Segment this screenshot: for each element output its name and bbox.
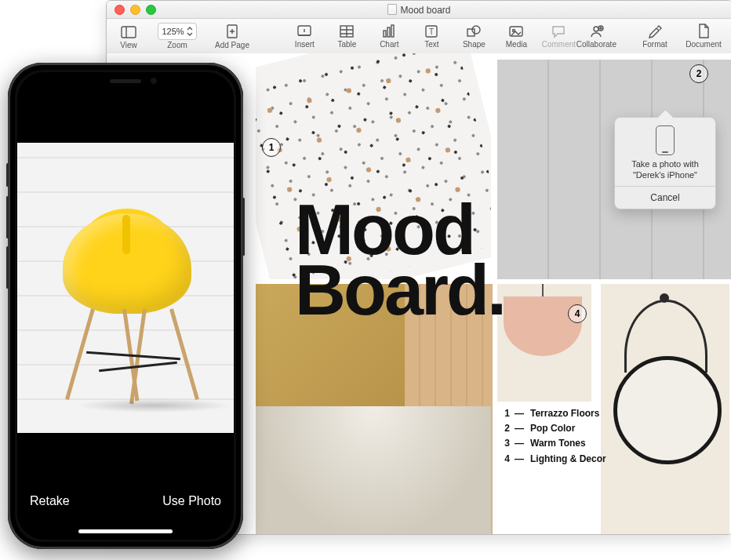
svg-rect-13: [387, 27, 390, 37]
zoom-control[interactable]: 125% Zoom: [155, 23, 199, 49]
svg-text:T: T: [429, 27, 434, 36]
fur-image[interactable]: [256, 406, 491, 534]
svg-point-18: [472, 26, 480, 34]
svg-rect-12: [384, 31, 386, 37]
iphone-device: Retake Use Photo: [8, 63, 243, 549]
legend-row: 3—Warm Tones: [499, 436, 606, 451]
iphone-icon: [656, 125, 675, 155]
comment-button[interactable]: Comment: [543, 24, 574, 49]
continuity-camera-popover: Take a photo with "Derek's iPhone" Cance…: [614, 117, 716, 209]
document-title[interactable]: Mood Board.: [295, 200, 504, 320]
titlebar[interactable]: Mood board: [107, 1, 731, 19]
zoom-value: 125%: [162, 27, 184, 36]
table-label: Table: [337, 41, 356, 49]
view-label: View: [120, 42, 137, 49]
use-photo-button[interactable]: Use Photo: [162, 494, 221, 508]
front-camera: [151, 78, 157, 84]
add-page-button[interactable]: Add Page: [210, 24, 254, 49]
toolbar: View 125% Zoom Add Page Insert: [107, 19, 731, 54]
window-title-text: Mood board: [400, 5, 450, 16]
zoom-stepper-icon: [187, 27, 193, 36]
format-button[interactable]: Format: [639, 24, 671, 49]
camera-preview[interactable]: [17, 143, 234, 433]
speaker: [110, 79, 141, 83]
text-button[interactable]: T Text: [416, 24, 447, 49]
comment-label: Comment: [542, 41, 576, 49]
text-label: Text: [424, 41, 438, 49]
popover-message: Take a photo with "Derek's iPhone": [615, 158, 715, 186]
mute-switch[interactable]: [6, 163, 9, 187]
mirror-hook: [660, 293, 669, 303]
mirror-circle: [613, 356, 722, 464]
legend[interactable]: 1—Terrazzo Floors 2—Pop Color 3—Warm Ton…: [499, 406, 606, 467]
chart-button[interactable]: Chart: [373, 24, 405, 49]
insert-label: Insert: [295, 41, 315, 49]
callout-1[interactable]: 1: [262, 138, 281, 157]
media-label: Media: [506, 41, 527, 49]
shape-button[interactable]: Shape: [458, 24, 489, 49]
svg-rect-0: [122, 27, 136, 38]
callout-4[interactable]: 4: [568, 304, 587, 323]
table-button[interactable]: Table: [331, 24, 362, 49]
window-title: Mood board: [107, 4, 731, 16]
camera-controls: Retake Use Photo: [17, 438, 234, 540]
chart-label: Chart: [380, 41, 398, 49]
document-label: Document: [686, 41, 722, 49]
iphone-screen: Retake Use Photo: [17, 72, 234, 540]
view-button[interactable]: View: [113, 24, 144, 49]
zoom-label: Zoom: [167, 42, 187, 49]
collaborate-label: Collaborate: [576, 41, 616, 49]
legend-row: 4—Lighting & Decor: [499, 452, 606, 467]
svg-point-21: [594, 27, 598, 31]
collaborate-button[interactable]: Collaborate: [574, 24, 618, 49]
legend-row: 2—Pop Color: [499, 421, 606, 436]
media-button[interactable]: Media: [500, 24, 532, 49]
volume-up-button[interactable]: [6, 196, 9, 238]
home-indicator[interactable]: [78, 529, 173, 533]
add-page-label: Add Page: [215, 42, 249, 49]
notch: [75, 72, 176, 91]
document-icon: [387, 4, 397, 15]
insert-button[interactable]: Insert: [289, 24, 320, 49]
svg-rect-14: [391, 25, 394, 37]
shape-label: Shape: [463, 41, 486, 49]
popover-cancel-button[interactable]: Cancel: [615, 186, 715, 209]
volume-down-button[interactable]: [6, 246, 9, 289]
retake-button[interactable]: Retake: [30, 494, 70, 508]
document-button[interactable]: Document: [682, 24, 726, 49]
callout-2[interactable]: 2: [689, 64, 708, 83]
yellow-chair: [52, 209, 202, 413]
side-button[interactable]: [242, 198, 245, 256]
title-line-2: Board.: [295, 251, 504, 329]
legend-row: 1—Terrazzo Floors: [499, 406, 606, 421]
format-label: Format: [642, 41, 667, 49]
